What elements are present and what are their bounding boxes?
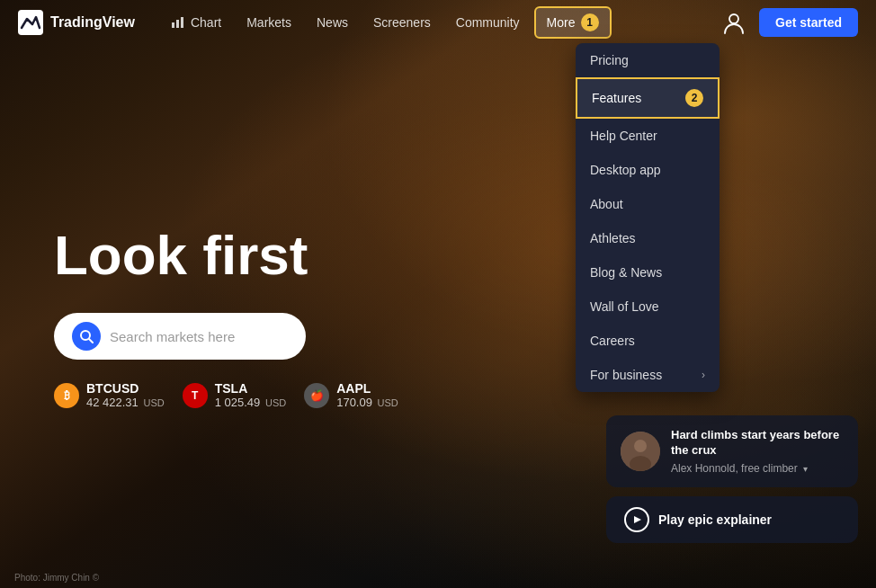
dropdown-item-careers[interactable]: Careers (576, 324, 720, 358)
account-icon[interactable] (720, 8, 748, 37)
svg-point-8 (634, 440, 647, 452)
search-bar[interactable]: Search markets here (54, 313, 306, 360)
logo[interactable]: TradingView (18, 10, 135, 35)
nav-item-markets[interactable]: Markets (236, 10, 302, 35)
search-placeholder: Search markets here (110, 329, 235, 344)
play-button[interactable]: Play epic explainer (606, 496, 858, 543)
play-circle-icon (624, 507, 649, 532)
tradingview-logo-icon (18, 10, 43, 35)
testimonial-quote: Hard climbs start years before the crux (671, 428, 844, 459)
dropdown-item-for-business[interactable]: For business › (576, 358, 720, 392)
aapl-icon: 🍎 (304, 383, 329, 408)
nav-links: Chart Markets News Screeners Community M… (160, 6, 712, 39)
svg-rect-1 (172, 22, 174, 28)
testimonial-author: Alex Honnold, free climber ▾ (671, 462, 844, 475)
svg-line-6 (89, 339, 93, 343)
hero-title: Look first (54, 225, 398, 286)
nav-item-more[interactable]: More 1 (534, 6, 612, 39)
dropdown-menu: Pricing Features 2 Help Center Desktop a… (576, 43, 720, 392)
hero-content: Look first Search markets here ₿ BTCUSD … (54, 225, 398, 409)
photo-credit: Photo: Jimmy Chin © (14, 573, 99, 583)
nav-item-news[interactable]: News (306, 10, 359, 35)
chevron-down-icon: ▾ (803, 464, 808, 474)
logo-text: TradingView (50, 14, 135, 31)
dropdown-item-pricing[interactable]: Pricing (576, 43, 720, 77)
nav-item-community[interactable]: Community (445, 10, 531, 35)
dropdown-item-help-center[interactable]: Help Center (576, 119, 720, 153)
svg-marker-10 (634, 516, 641, 523)
dropdown-item-wall-of-love[interactable]: Wall of Love (576, 290, 720, 324)
ticker-strip: ₿ BTCUSD 42 422.31 USD T TSLA 1 025.49 U… (54, 381, 398, 409)
ticker-tsla[interactable]: T TSLA 1 025.49 USD (183, 381, 286, 409)
chart-icon (171, 15, 185, 30)
dropdown-item-athletes[interactable]: Athletes (576, 221, 720, 255)
step-badge-2: 2 (685, 89, 703, 107)
search-icon (79, 329, 94, 343)
play-triangle-icon (631, 514, 642, 525)
dropdown-item-features[interactable]: Features 2 (576, 77, 720, 119)
svg-point-4 (729, 14, 738, 23)
testimonial-card: Hard climbs start years before the crux … (606, 415, 858, 487)
avatar (621, 432, 660, 471)
svg-rect-3 (181, 17, 183, 28)
search-icon-circle (72, 322, 101, 351)
step-badge-1: 1 (581, 13, 599, 31)
bottom-card: Hard climbs start years before the crux … (606, 415, 858, 543)
dropdown-item-blog-news[interactable]: Blog & News (576, 255, 720, 290)
ticker-btcusd[interactable]: ₿ BTCUSD 42 422.31 USD (54, 381, 165, 409)
get-started-button[interactable]: Get started (759, 8, 858, 37)
btc-icon: ₿ (54, 383, 79, 408)
chevron-right-icon: › (702, 369, 705, 381)
navbar: TradingView Chart Markets News Screeners… (0, 0, 876, 45)
avatar-image (621, 432, 660, 471)
nav-item-chart[interactable]: Chart (160, 10, 232, 35)
dropdown-item-desktop-app[interactable]: Desktop app (576, 153, 720, 187)
testimonial-text: Hard climbs start years before the crux … (671, 428, 844, 475)
nav-right: Get started (720, 8, 858, 37)
ticker-aapl[interactable]: 🍎 AAPL 170.09 USD (304, 381, 398, 409)
dropdown-item-about[interactable]: About (576, 187, 720, 221)
svg-rect-2 (176, 20, 179, 28)
nav-item-screeners[interactable]: Screeners (362, 10, 442, 35)
tsla-icon: T (183, 383, 208, 408)
